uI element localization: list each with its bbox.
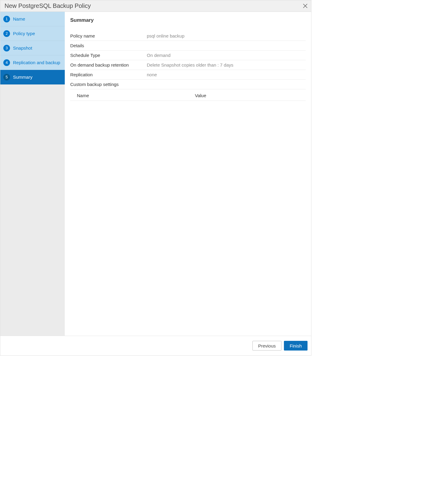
summary-label: Policy name xyxy=(70,33,147,38)
step-label: Policy type xyxy=(13,31,35,36)
step-number: 3 xyxy=(3,45,10,51)
step-number: 5 xyxy=(3,74,10,81)
step-name[interactable]: 1 Name xyxy=(0,12,65,26)
table-header-value: Value xyxy=(195,93,306,98)
dialog-body: 1 Name 2 Policy type 3 Snapshot 4 Replic… xyxy=(0,12,311,336)
summary-value: psql online backup xyxy=(147,33,184,38)
summary-label: Replication xyxy=(70,72,147,77)
summary-label: Custom backup settings xyxy=(70,82,147,87)
step-snapshot[interactable]: 3 Snapshot xyxy=(0,41,65,55)
step-summary[interactable]: 5 Summary xyxy=(0,70,65,84)
summary-label: Details xyxy=(70,43,147,48)
step-label: Replication and backup xyxy=(13,60,60,65)
table-header-name: Name xyxy=(77,93,195,98)
close-button[interactable] xyxy=(302,3,308,9)
dialog-footer: Previous Finish xyxy=(0,336,311,355)
previous-button[interactable]: Previous xyxy=(252,341,281,351)
step-label: Summary xyxy=(13,74,32,80)
summary-row-custom-backup: Custom backup settings xyxy=(70,80,306,89)
custom-backup-table: Name Value xyxy=(70,89,306,101)
step-label: Name xyxy=(13,16,25,21)
step-number: 1 xyxy=(3,16,10,22)
step-replication-backup[interactable]: 4 Replication and backup xyxy=(0,55,65,70)
summary-value: On demand xyxy=(147,53,170,58)
step-policy-type[interactable]: 2 Policy type xyxy=(0,26,65,41)
table-header: Name Value xyxy=(70,89,306,101)
summary-value: Delete Snapshot copies older than : 7 da… xyxy=(147,62,233,68)
step-number: 2 xyxy=(3,30,10,37)
dialog-title: New PostgreSQL Backup Policy xyxy=(5,2,91,9)
content-title: Summary xyxy=(70,17,306,23)
summary-row-replication: Replication none xyxy=(70,70,306,80)
summary-row-policy-name: Policy name psql online backup xyxy=(70,31,306,41)
content-panel: Summary Policy name psql online backup D… xyxy=(65,12,311,336)
step-label: Snapshot xyxy=(13,45,32,51)
dialog-new-backup-policy: New PostgreSQL Backup Policy 1 Name 2 Po… xyxy=(0,0,311,356)
step-number: 4 xyxy=(3,59,10,66)
summary-row-details: Details xyxy=(70,41,306,51)
summary-value: none xyxy=(147,72,157,77)
close-icon xyxy=(303,4,308,8)
summary-row-schedule-type: Schedule Type On demand xyxy=(70,51,306,60)
summary-label: Schedule Type xyxy=(70,53,147,58)
dialog-header: New PostgreSQL Backup Policy xyxy=(0,0,311,12)
summary-row-retention: On demand backup retention Delete Snapsh… xyxy=(70,60,306,70)
finish-button[interactable]: Finish xyxy=(284,341,308,351)
wizard-sidebar: 1 Name 2 Policy type 3 Snapshot 4 Replic… xyxy=(0,12,65,336)
summary-label: On demand backup retention xyxy=(70,62,147,68)
